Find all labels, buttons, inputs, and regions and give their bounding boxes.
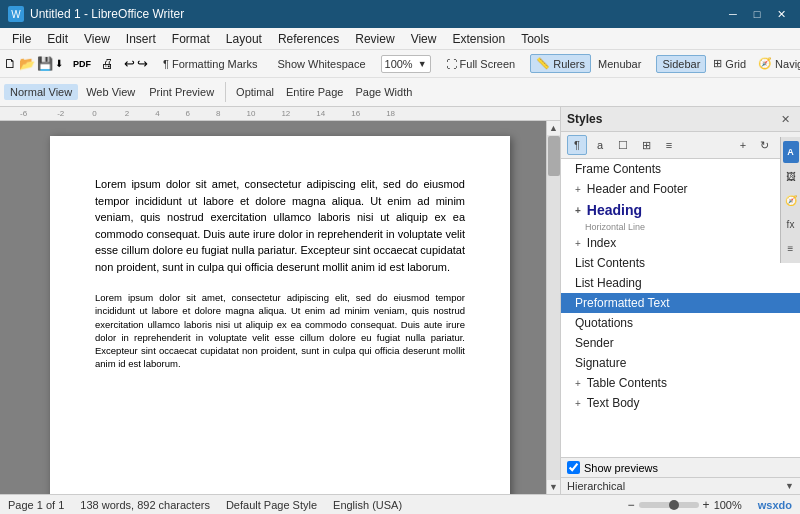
style-preformatted-text[interactable]: Preformatted Text — [561, 293, 800, 313]
menubar-button[interactable]: Menubar — [593, 56, 646, 72]
titlebar: W Untitled 1 - LibreOffice Writer ─ □ ✕ — [0, 0, 800, 28]
show-previews-label[interactable]: Show previews — [584, 462, 658, 474]
redo-button[interactable]: ↪ — [137, 53, 148, 75]
menu-insert[interactable]: Insert — [118, 30, 164, 48]
style-index[interactable]: Index — [561, 233, 800, 253]
zoom-level-label: 100% — [714, 499, 742, 511]
undo-button[interactable]: ↩ — [124, 53, 135, 75]
menu-view[interactable]: View — [76, 30, 118, 48]
main-area: -6 -2 0 2 4 6 8 10 12 14 16 18 — [0, 107, 800, 494]
ruler-horizontal: -6 -2 0 2 4 6 8 10 12 14 16 18 — [0, 107, 560, 121]
word-count: 138 words, 892 characters — [80, 499, 210, 511]
show-previews-checkbox-area: Show previews — [567, 461, 658, 474]
style-quotations[interactable]: Quotations — [561, 313, 800, 333]
rulers-button[interactable]: 📏 Rulers — [530, 54, 591, 73]
zoom-arrow-icon: ▼ — [418, 59, 427, 69]
menu-tools[interactable]: Tools — [513, 30, 557, 48]
window-controls: ─ □ ✕ — [722, 3, 792, 25]
zoom-in-button[interactable]: + — [703, 498, 710, 512]
filter-character-button[interactable]: a — [590, 135, 610, 155]
menu-format[interactable]: Format — [164, 30, 218, 48]
filter-paragraph-button[interactable]: ¶ — [567, 135, 587, 155]
show-whitespace-button[interactable]: Show Whitespace — [273, 56, 371, 72]
zoom-slider[interactable] — [639, 502, 699, 508]
sidebar-header: Styles ✕ — [561, 107, 800, 132]
new-button[interactable]: 🗋 — [4, 53, 17, 75]
style-list-contents[interactable]: List Contents — [561, 253, 800, 273]
style-heading[interactable]: Heading — [561, 199, 800, 221]
sidebar-header-controls: ✕ — [776, 110, 794, 128]
filter-page-button[interactable]: ⊞ — [636, 135, 656, 155]
scroll-up-arrow[interactable]: ▲ — [547, 121, 561, 135]
filter-frame-button[interactable]: ☐ — [613, 135, 633, 155]
web-view-button[interactable]: Web View — [80, 84, 141, 100]
new-style-button[interactable]: + — [734, 136, 752, 154]
page-width-button[interactable]: Page Width — [350, 84, 417, 100]
style-table-contents[interactable]: Table Contents — [561, 373, 800, 393]
rulers-icon: 📏 — [536, 57, 550, 70]
document-content: Lorem ipsum dolor sit amet, consectetur … — [0, 121, 560, 494]
style-signature[interactable]: Signature — [561, 353, 800, 373]
menu-extension[interactable]: Extension — [444, 30, 513, 48]
window-title: Untitled 1 - LibreOffice Writer — [30, 7, 184, 21]
menu-layout[interactable]: Layout — [218, 30, 270, 48]
vertical-scrollbar[interactable]: ▲ ▼ — [546, 121, 560, 494]
paragraph-small[interactable]: Lorem ipsum dolor sit amet, consectetur … — [95, 291, 465, 371]
open-button[interactable]: 📂 — [19, 53, 35, 75]
hierarchy-label: Hierarchical — [567, 480, 625, 492]
styles-list: Frame Contents Header and Footer Heading… — [561, 159, 800, 457]
sidebar-panel-properties-button[interactable]: ≡ — [783, 237, 799, 259]
normal-view-button[interactable]: Normal View — [4, 84, 78, 100]
formatting-marks-icon: ¶ — [163, 58, 169, 70]
app-window: W Untitled 1 - LibreOffice Writer ─ □ ✕ … — [0, 0, 800, 514]
language: English (USA) — [333, 499, 402, 511]
menu-view2[interactable]: View — [403, 30, 445, 48]
formatting-marks-button[interactable]: ¶ Formatting Marks — [158, 56, 263, 72]
maximize-button[interactable]: □ — [746, 3, 768, 25]
zoom-value: 100% — [385, 58, 413, 70]
statusbar: Page 1 of 1 138 words, 892 characters De… — [0, 494, 800, 514]
zoom-out-button[interactable]: − — [628, 498, 635, 512]
print-preview-button[interactable]: Print Preview — [143, 84, 220, 100]
menu-review[interactable]: Review — [347, 30, 402, 48]
full-screen-icon: ⛶ — [446, 58, 457, 70]
style-text-body[interactable]: Text Body — [561, 393, 800, 413]
navigator-button[interactable]: 🧭 Navigator — [753, 55, 800, 72]
optimal-button[interactable]: Optimal — [231, 84, 279, 100]
zoom-dropdown[interactable]: 100% ▼ — [381, 55, 431, 73]
scroll-down-arrow[interactable]: ▼ — [547, 480, 561, 494]
print-button[interactable]: 🖨 — [101, 53, 114, 75]
show-previews-row: Show previews — [561, 457, 800, 477]
show-previews-checkbox[interactable] — [567, 461, 580, 474]
sidebar-panel-navigator-button[interactable]: 🧭 — [783, 189, 799, 211]
style-frame-contents[interactable]: Frame Contents — [561, 159, 800, 179]
pdf-button[interactable]: PDF — [73, 53, 91, 75]
style-list-heading[interactable]: List Heading — [561, 273, 800, 293]
grid-icon: ⊞ — [713, 57, 722, 70]
sidebar-close-button[interactable]: ✕ — [776, 110, 794, 128]
filter-list-button[interactable]: ≡ — [659, 135, 679, 155]
scroll-track[interactable] — [547, 135, 561, 480]
minimize-button[interactable]: ─ — [722, 3, 744, 25]
style-header-footer[interactable]: Header and Footer — [561, 179, 800, 199]
full-screen-button[interactable]: ⛶ Full Screen — [441, 56, 521, 72]
sidebar-button[interactable]: Sidebar — [656, 55, 706, 73]
document-page: Lorem ipsum dolor sit amet, consectetur … — [50, 136, 510, 494]
grid-button[interactable]: ⊞ Grid — [708, 55, 751, 72]
paragraph-large[interactable]: Lorem ipsum dolor sit amet, consectetur … — [95, 176, 465, 275]
menu-edit[interactable]: Edit — [39, 30, 76, 48]
menu-file[interactable]: File — [4, 30, 39, 48]
entire-page-button[interactable]: Entire Page — [281, 84, 348, 100]
menubar: File Edit View Insert Format Layout Refe… — [0, 28, 800, 50]
menu-references[interactable]: References — [270, 30, 347, 48]
doc-left-panel: -6 -2 0 2 4 6 8 10 12 14 16 18 — [0, 107, 560, 494]
save-button[interactable]: 💾 — [37, 53, 53, 75]
sidebar-panel-gallery-button[interactable]: 🖼 — [783, 165, 799, 187]
close-button[interactable]: ✕ — [770, 3, 792, 25]
style-sender[interactable]: Sender — [561, 333, 800, 353]
save-as-button[interactable]: ⬇ — [55, 53, 63, 75]
sidebar-panel-functions-button[interactable]: fx — [783, 213, 799, 235]
sidebar-panel-styles-button[interactable]: A — [783, 141, 799, 163]
toolbar-row-2: Normal View Web View Print Preview Optim… — [0, 78, 800, 106]
update-style-button[interactable]: ↻ — [755, 136, 773, 154]
